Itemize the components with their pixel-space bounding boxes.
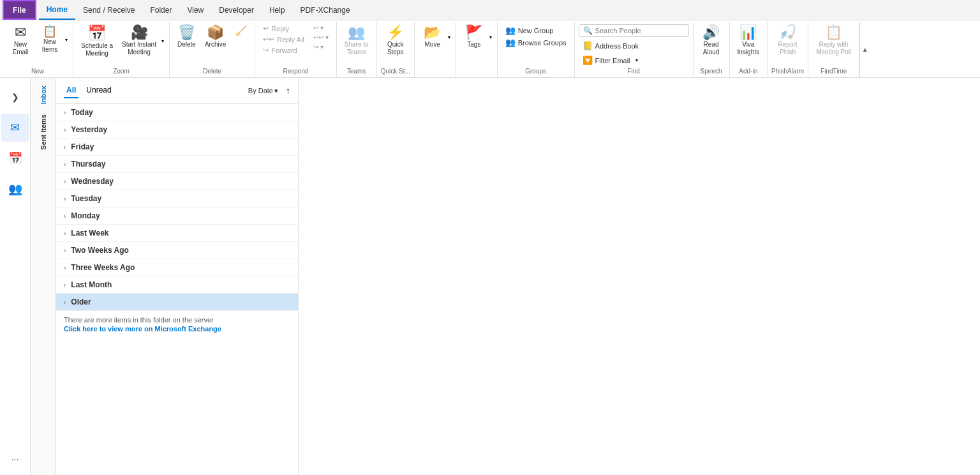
forward-icon: ↪ (263, 46, 269, 54)
read-aloud-button[interactable]: 🔊 Read Aloud (697, 23, 725, 59)
filter-all-tab[interactable]: All (64, 83, 78, 98)
tab-pdf-xchange[interactable]: PDF-XChange (293, 0, 358, 20)
new-items-dropdown[interactable]: ▾ (64, 23, 69, 56)
groups-group-label: Groups (501, 68, 570, 76)
group-yesterday[interactable]: › Yesterday (56, 121, 298, 139)
nav-item-calendar[interactable]: 📅 (1, 144, 29, 172)
new-email-icon: ✉ (15, 26, 26, 40)
filter-email-button[interactable]: 🔽 Filter Email (579, 54, 634, 66)
ribbon-group-new: ✉ New Email 📋 New Items ▾ New (3, 22, 73, 77)
group-tuesday[interactable]: › Tuesday (56, 190, 298, 207)
tab-file[interactable]: File (3, 0, 36, 20)
schedule-meeting-button[interactable]: 📅 Schedule a Meeting (77, 23, 117, 60)
instant-dropdown[interactable]: ▾ (160, 23, 165, 59)
tab-send-receive[interactable]: Send / Receive (75, 0, 142, 20)
new-group-label: New (6, 68, 69, 76)
move-dropdown[interactable]: ▾ (447, 23, 452, 51)
browse-groups-button[interactable]: 👥 Browse Groups (501, 36, 570, 49)
chevron-last-month: › (64, 282, 66, 289)
more-items-text: There are more items in this folder on t… (64, 316, 214, 324)
tab-folder[interactable]: Folder (142, 0, 179, 20)
chevron-thursday: › (64, 161, 66, 168)
nav-item-more[interactable]: ... (1, 443, 29, 471)
teams-group-label: Teams (341, 68, 373, 76)
reply-with-meeting-poll-button[interactable]: 📋 Reply with Meeting Poll (812, 23, 855, 59)
group-friday[interactable]: › Friday (56, 139, 298, 156)
chevron-three-weeks-ago: › (64, 264, 66, 271)
move-button[interactable]: 📂 Move (419, 23, 447, 51)
sort-direction-button[interactable]: ↑ (286, 86, 290, 96)
delete-icon: 🗑️ (178, 26, 195, 40)
ribbon-tabs: File Home Send / Receive Folder View Dev… (0, 0, 980, 20)
meeting-poll-icon: 📋 (825, 26, 842, 40)
sort-by-date-button[interactable]: By Date ▾ (248, 87, 278, 95)
tab-home[interactable]: Home (39, 0, 75, 20)
report-phish-button[interactable]: 🎣 Report Phish (774, 23, 802, 59)
new-group-button[interactable]: 👥 New Group (501, 24, 570, 36)
cleanup-icon: 🧹 (235, 26, 247, 37)
respond-group-label: Respond (259, 68, 332, 76)
group-monday[interactable]: › Monday (56, 207, 298, 225)
more-icon: ... (11, 452, 19, 462)
nav-item-mail[interactable]: ✉ (1, 114, 29, 142)
phish-alarm-group-label: PhishAlarm (771, 68, 804, 76)
reply-icon: ↩ (263, 24, 269, 33)
quick-steps-button[interactable]: ⚡ Quick Steps (382, 23, 410, 59)
tags-split: 🚩 Tags ▾ (460, 23, 493, 51)
nav-item-expand[interactable]: ❯ (1, 83, 29, 111)
tab-view[interactable]: View (179, 0, 211, 20)
address-book-button[interactable]: 📒 Address Book (579, 40, 642, 52)
filter-email-dropdown[interactable]: ▾ (634, 54, 639, 66)
group-wednesday[interactable]: › Wednesday (56, 173, 298, 190)
expand-nav-icon: ❯ (11, 92, 19, 102)
group-two-weeks-ago[interactable]: › Two Weeks Ago (56, 242, 298, 259)
new-email-button[interactable]: ✉ New Email (6, 23, 34, 59)
reply-extra-button[interactable]: ↩ ▾ (309, 23, 332, 33)
reply-all-extra-button[interactable]: ↩↩ ▾ (309, 33, 332, 42)
viva-insights-button[interactable]: 📊 Viva Insights (734, 23, 763, 59)
reply-all-button[interactable]: ↩↩ Reply All (259, 34, 308, 45)
quick-steps-icon: ⚡ (387, 26, 404, 40)
ribbon-group-respond: ↩ Reply ↩↩ Reply All ↪ Forward ↩ ▾ ↩↩ (255, 22, 337, 77)
group-last-month[interactable]: › Last Month (56, 276, 298, 294)
new-items-button[interactable]: 📋 New Items (36, 23, 64, 56)
group-today[interactable]: › Today (56, 104, 298, 121)
read-aloud-icon: 🔊 (702, 26, 720, 40)
share-to-teams-button[interactable]: 👥 Share to Teams (341, 23, 373, 59)
more-items-container: There are more items in this folder on t… (56, 311, 298, 338)
tab-developer[interactable]: Developer (211, 0, 262, 20)
app-layout: ❯ ✉ 📅 👥 ... Inbox Sent Items All Unread … (0, 78, 980, 475)
cleanup-button[interactable]: 🧹 (231, 23, 251, 41)
left-sidebar: ❯ ✉ 📅 👥 ... (0, 78, 31, 475)
reply-button[interactable]: ↩ Reply (259, 23, 308, 34)
forward-button[interactable]: ↪ Forward (259, 45, 308, 56)
group-last-week[interactable]: › Last Week (56, 225, 298, 242)
nav-item-people[interactable]: 👥 (1, 175, 29, 203)
ribbon-group-delete: 🗑️ Delete 📦 Archive 🧹 Delete (170, 22, 255, 77)
search-people-input[interactable] (595, 27, 685, 34)
delete-button[interactable]: 🗑️ Delete (174, 23, 200, 51)
inbox-label[interactable]: Inbox (37, 80, 50, 109)
start-instant-split: 🎥 Start Instant Meeting ▾ (118, 23, 165, 59)
find-time-group-label: FindTime (812, 68, 855, 76)
search-people-icon: 🔍 (583, 26, 593, 35)
email-list-panel: All Unread By Date ▾ ↑ › Today › Yesterd… (56, 78, 299, 475)
tags-button[interactable]: 🚩 Tags (460, 23, 488, 51)
ribbon-collapse-button[interactable]: ▲ (859, 22, 870, 77)
sent-items-label[interactable]: Sent Items (37, 109, 50, 155)
filter-unread-tab[interactable]: Unread (84, 83, 114, 98)
tags-group-label (460, 75, 493, 76)
view-more-link[interactable]: Click here to view more on Microsoft Exc… (64, 325, 290, 333)
tags-dropdown[interactable]: ▾ (488, 23, 493, 51)
group-older[interactable]: › Older (56, 294, 298, 311)
tab-help[interactable]: Help (262, 0, 293, 20)
start-instant-button[interactable]: 🎥 Start Instant Meeting (118, 23, 160, 59)
forward-extra-button[interactable]: ↪ ▾ (309, 42, 332, 52)
group-three-weeks-ago[interactable]: › Three Weeks Ago (56, 259, 298, 276)
quick-steps-group-label: Quick St... (381, 68, 410, 76)
group-thursday[interactable]: › Thursday (56, 156, 298, 173)
ribbon-group-quick-steps: ⚡ Quick Steps Quick St... (377, 22, 415, 77)
archive-icon: 📦 (207, 26, 224, 40)
search-people-box: 🔍 (579, 24, 689, 37)
archive-button[interactable]: 📦 Archive (201, 23, 230, 51)
